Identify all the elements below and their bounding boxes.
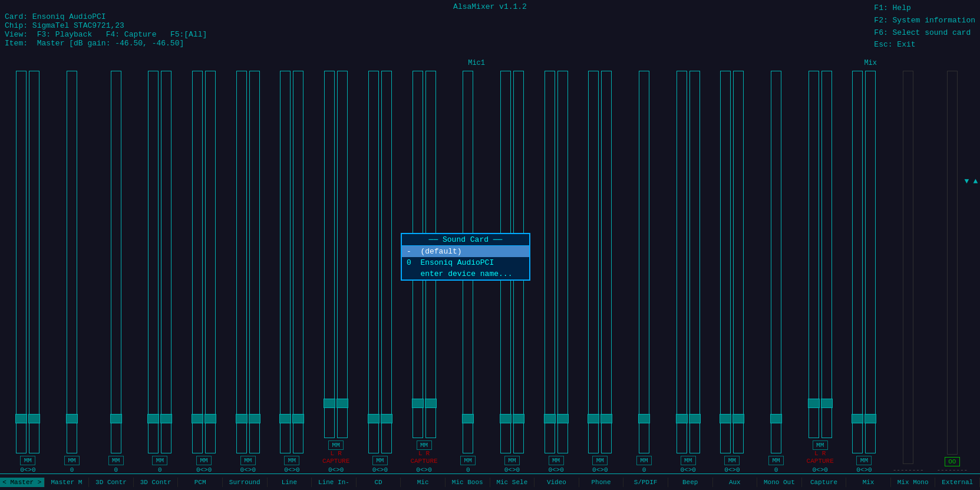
- dialog-item-enter-device[interactable]: enter device name...: [402, 268, 529, 279]
- dialog-item-default[interactable]: - (default): [402, 246, 529, 257]
- sound-card-dialog: ── Sound Card ── - (default) 0 Ensoniq A…: [401, 233, 530, 281]
- dialog-item-ensoniq[interactable]: 0 Ensoniq AudioPCI: [402, 257, 529, 268]
- modal-overlay[interactable]: ── Sound Card ── - (default) 0 Ensoniq A…: [0, 0, 980, 490]
- dialog-title: ── Sound Card ──: [402, 234, 529, 246]
